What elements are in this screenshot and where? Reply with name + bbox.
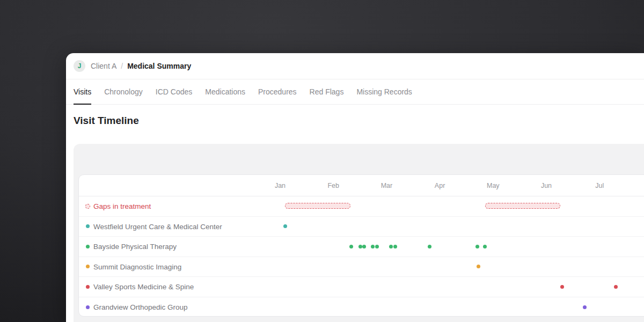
page-title: Visit Timeline (74, 115, 636, 127)
timeline-panel: JanFebMarAprMayJunJul Gaps in treatmentW… (78, 174, 644, 317)
visit-dot[interactable] (389, 245, 393, 248)
visit-dot[interactable] (362, 245, 366, 248)
month-label: Jan (275, 182, 286, 189)
timeline-rows: Gaps in treatmentWestfield Urgent Care &… (79, 196, 644, 317)
month-label: Feb (327, 182, 339, 189)
month-header: JanFebMarAprMayJunJul (79, 175, 644, 196)
breadcrumb-separator: / (121, 62, 123, 70)
provider-name: Westfield Urgent Care & Medical Center (93, 222, 222, 230)
visit-dot[interactable] (475, 245, 479, 248)
card-header: J Client A / Medical Summary (66, 53, 644, 79)
provider-legend-dot (86, 224, 90, 228)
provider-name: Bayside Physical Therapy (93, 243, 177, 251)
provider-name: Valley Sports Medicine & Spine (93, 283, 194, 291)
timeline-row: Summit Diagnostic Imaging (79, 257, 644, 277)
visit-dot[interactable] (375, 245, 379, 248)
visit-dot[interactable] (393, 245, 397, 248)
user-avatar[interactable]: J (74, 60, 85, 72)
visit-dot[interactable] (483, 245, 487, 248)
tab-visits[interactable]: Visits (74, 79, 91, 105)
visit-dot[interactable] (583, 305, 587, 309)
tab-icd-codes[interactable]: ICD Codes (156, 79, 192, 105)
gaps-row-label: Gaps in treatment (93, 202, 151, 210)
visit-dot[interactable] (349, 245, 353, 248)
visit-dot[interactable] (614, 285, 618, 289)
provider-name: Grandview Orthopedic Group (93, 303, 188, 311)
visit-dot[interactable] (283, 224, 287, 228)
provider-legend-dot (86, 305, 90, 309)
gaps-legend-icon (85, 204, 90, 209)
visit-dot[interactable] (477, 265, 480, 268)
medical-summary-card: J Client A / Medical Summary VisitsChron… (66, 53, 644, 322)
breadcrumb-client[interactable]: Client A (91, 62, 116, 70)
provider-legend-dot (86, 245, 90, 248)
month-label: May (487, 182, 500, 189)
month-label: Mar (381, 182, 393, 189)
timeline-row: Westfield Urgent Care & Medical Center (79, 217, 644, 237)
tab-red-flags[interactable]: Red Flags (310, 79, 344, 105)
month-label: Jun (541, 182, 552, 189)
visit-dot[interactable] (428, 245, 431, 248)
month-label: Jul (595, 182, 604, 189)
timeline-row-gaps: Gaps in treatment (79, 196, 644, 217)
provider-name: Summit Diagnostic Imaging (93, 262, 181, 270)
tab-missing-records[interactable]: Missing Records (356, 79, 412, 105)
tab-medications[interactable]: Medications (205, 79, 245, 105)
visit-dot[interactable] (371, 245, 375, 248)
timeline-row: Bayside Physical Therapy (79, 237, 644, 257)
visit-dot[interactable] (358, 245, 362, 248)
tab-chronology[interactable]: Chronology (104, 79, 143, 105)
breadcrumb-page: Medical Summary (127, 62, 191, 70)
tab-bar: VisitsChronologyICD CodesMedicationsProc… (66, 79, 644, 105)
timeline-row: Grandview Orthopedic Group (79, 297, 644, 317)
gap-range[interactable] (285, 203, 350, 209)
provider-legend-dot (86, 285, 90, 289)
month-label: Apr (435, 182, 445, 189)
timeline-container: JanFebMarAprMayJunJul Gaps in treatmentW… (74, 144, 644, 322)
provider-legend-dot (86, 265, 90, 268)
visit-dot[interactable] (560, 285, 564, 289)
breadcrumb: Client A / Medical Summary (91, 62, 191, 70)
gap-range[interactable] (485, 203, 560, 209)
tab-procedures[interactable]: Procedures (258, 79, 297, 105)
timeline-row: Valley Sports Medicine & Spine (79, 277, 644, 297)
